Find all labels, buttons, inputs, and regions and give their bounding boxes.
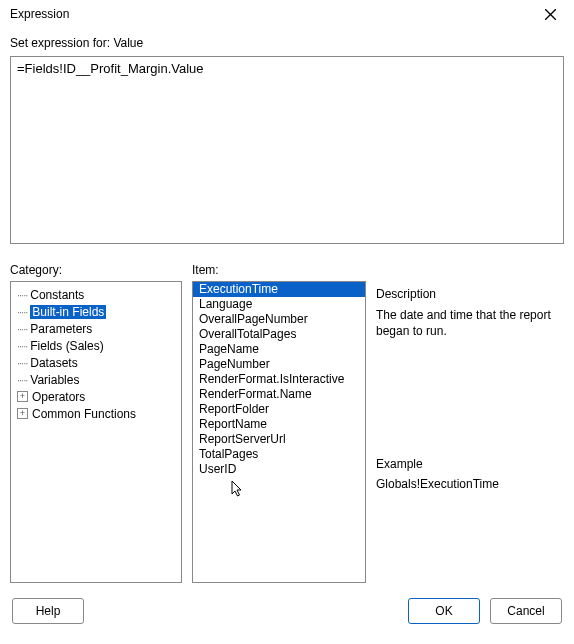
list-item[interactable]: RenderFormat.IsInteractive [193, 372, 365, 387]
list-item[interactable]: ExecutionTime [193, 282, 365, 297]
example-heading: Example [376, 457, 564, 471]
tree-connector-icon: ····· [17, 340, 27, 352]
category-item-label: Constants [30, 288, 84, 302]
window-title: Expression [10, 7, 69, 21]
set-expression-label: Set expression for: Value [10, 36, 564, 50]
list-item[interactable]: OverallPageNumber [193, 312, 365, 327]
example-value: Globals!ExecutionTime [376, 477, 564, 491]
list-item[interactable]: RenderFormat.Name [193, 387, 365, 402]
tree-connector-icon: ····· [17, 306, 27, 318]
list-item[interactable]: PageNumber [193, 357, 365, 372]
category-item-label: Fields (Sales) [30, 339, 103, 353]
ok-button[interactable]: OK [408, 598, 480, 624]
category-item-label: Common Functions [32, 407, 136, 421]
expression-input[interactable] [10, 56, 564, 244]
close-icon [545, 9, 556, 20]
help-button[interactable]: Help [12, 598, 84, 624]
category-item[interactable]: +Operators [13, 388, 179, 405]
plus-icon[interactable]: + [17, 408, 28, 419]
tree-connector-icon: ····· [17, 323, 27, 335]
category-item[interactable]: ·····Variables [13, 371, 179, 388]
category-item-label: Built-in Fields [30, 305, 106, 319]
list-item[interactable]: TotalPages [193, 447, 365, 462]
category-item-label: Operators [32, 390, 85, 404]
titlebar: Expression [0, 0, 574, 28]
tree-connector-icon: ····· [17, 289, 27, 301]
close-button[interactable] [534, 3, 566, 25]
category-listbox[interactable]: ·····Constants·····Built-in Fields·····P… [10, 281, 182, 583]
description-heading: Description [376, 287, 564, 301]
tree-connector-icon: ····· [17, 357, 27, 369]
plus-icon[interactable]: + [17, 391, 28, 402]
category-item[interactable]: ·····Constants [13, 286, 179, 303]
category-item-label: Variables [30, 373, 79, 387]
tree-connector-icon: ····· [17, 374, 27, 386]
list-item[interactable]: PageName [193, 342, 365, 357]
item-label: Item: [192, 263, 366, 277]
list-item[interactable]: ReportServerUrl [193, 432, 365, 447]
category-item-label: Datasets [30, 356, 77, 370]
cancel-button[interactable]: Cancel [490, 598, 562, 624]
category-item-label: Parameters [30, 322, 92, 336]
list-item[interactable]: ReportName [193, 417, 365, 432]
list-item[interactable]: UserID [193, 462, 365, 477]
button-row: Help OK Cancel [0, 590, 574, 644]
category-item[interactable]: ·····Parameters [13, 320, 179, 337]
category-item[interactable]: ·····Datasets [13, 354, 179, 371]
category-item[interactable]: ·····Fields (Sales) [13, 337, 179, 354]
category-label: Category: [10, 263, 182, 277]
category-item[interactable]: ·····Built-in Fields [13, 303, 179, 320]
description-text: The date and time that the report began … [376, 307, 564, 339]
description-panel: Description The date and time that the r… [376, 281, 564, 583]
cursor-icon [231, 480, 245, 498]
list-item[interactable]: ReportFolder [193, 402, 365, 417]
category-item[interactable]: +Common Functions [13, 405, 179, 422]
list-item[interactable]: OverallTotalPages [193, 327, 365, 342]
item-listbox[interactable]: ExecutionTimeLanguageOverallPageNumberOv… [192, 281, 366, 583]
list-item[interactable]: Language [193, 297, 365, 312]
